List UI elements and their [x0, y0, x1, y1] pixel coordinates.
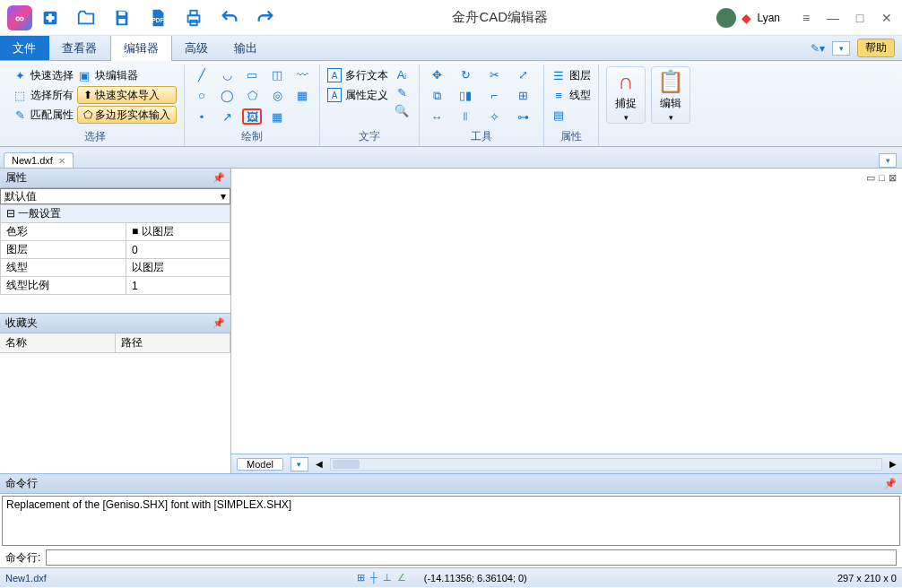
menu-advanced[interactable]: 高级 [172, 36, 221, 60]
text-icon: A [327, 68, 342, 82]
tabs-dropdown[interactable]: ▾ [879, 153, 897, 168]
favorites-body [0, 353, 230, 473]
prop-linescale-value[interactable]: 1 [126, 277, 230, 295]
fav-col-name[interactable]: 名称 [0, 333, 116, 352]
scroll-left-icon[interactable]: ◀ [316, 459, 323, 469]
polygon2-icon[interactable]: ⬠ [242, 88, 262, 104]
redo-button[interactable] [251, 4, 280, 32]
props-more-button[interactable]: ▤ [551, 106, 591, 124]
maximize-button[interactable]: □ [852, 11, 868, 25]
hatch-icon[interactable]: ▦ [292, 88, 312, 104]
status-polar-icon[interactable]: ∠ [397, 572, 406, 584]
spline-icon[interactable]: 〰 [292, 66, 312, 82]
menu-output[interactable]: 输出 [221, 36, 271, 60]
layer-button[interactable]: ☰图层 [551, 66, 591, 84]
scale-icon[interactable]: ⤢ [513, 66, 533, 82]
array-icon[interactable]: ⊞ [513, 88, 533, 104]
help-button[interactable]: 帮助 [857, 39, 895, 57]
pin-icon[interactable]: 📌 [212, 172, 225, 184]
ellipse-icon[interactable]: ◯ [217, 88, 237, 104]
ribbon-group-tools: ✥ ↻ ✂ ⤢ ⧉ ▯▮ ⌐ ⊞ ↔ ⫴ ✧ ⊶ 工具 [420, 65, 544, 146]
status-ortho-icon[interactable]: ⊥ [383, 572, 392, 584]
menu-button[interactable]: ≡ [798, 11, 814, 25]
command-log[interactable]: Replacement of the [Geniso.SHX] font wit… [2, 496, 900, 546]
rect2-icon[interactable]: ◫ [267, 66, 287, 82]
move-icon[interactable]: ✥ [427, 66, 447, 82]
style-dropdown[interactable]: ▾ [832, 41, 850, 56]
select-all-button[interactable]: ⬚选择所有 [13, 86, 74, 104]
insert-image-button[interactable]: 🖼 [242, 108, 262, 125]
linetype-button[interactable]: ≡线型 [551, 86, 591, 104]
text-edit-icon[interactable]: ✎ [392, 84, 412, 100]
fav-col-path[interactable]: 路径 [116, 333, 231, 352]
table-icon[interactable]: ▦ [267, 108, 287, 125]
prop-linetype-value[interactable]: 以图层 [126, 259, 230, 277]
rotate-icon[interactable]: ↻ [455, 66, 475, 82]
undo-button[interactable] [215, 4, 244, 32]
save-button[interactable] [108, 4, 136, 32]
match-attr-button[interactable]: ✎匹配属性 [13, 106, 74, 124]
fillet-icon[interactable]: ⌐ [484, 88, 504, 104]
default-value-combo[interactable]: 默认值▾ [0, 188, 230, 204]
canvas-max-icon[interactable]: □ [879, 172, 885, 184]
model-dropdown[interactable]: ▾ [291, 457, 308, 471]
status-coords: (-14.11356; 6.36104; 0) [424, 573, 527, 584]
open-file-button[interactable] [72, 4, 100, 32]
join-icon[interactable]: ⊶ [513, 108, 533, 125]
prop-color-value[interactable]: ■ 以图层 [126, 223, 230, 241]
rect-icon[interactable]: ▭ [242, 66, 262, 82]
command-input[interactable] [46, 549, 897, 566]
point-icon[interactable]: • [192, 108, 212, 125]
layers-icon: ☰ [551, 68, 566, 82]
h-scrollbar[interactable] [330, 458, 882, 471]
attr-def-button[interactable]: A属性定义 [327, 86, 388, 104]
model-tab[interactable]: Model [237, 458, 283, 471]
svg-rect-2 [46, 16, 54, 20]
trim-icon[interactable]: ✂ [484, 66, 504, 82]
ring-icon[interactable]: ◎ [267, 88, 287, 104]
magnet-icon: ∩ [618, 69, 633, 94]
line-icon[interactable]: ╱ [192, 66, 212, 82]
menu-file[interactable]: 文件 [0, 36, 49, 60]
circle-icon[interactable]: ○ [192, 88, 212, 104]
close-tab-icon[interactable]: ✕ [58, 156, 65, 166]
ray-icon[interactable]: ↗ [217, 108, 237, 125]
linetype-icon: ≡ [551, 88, 566, 102]
text-find-icon[interactable]: 🔍 [392, 102, 412, 118]
canvas-min-icon[interactable]: ▭ [866, 172, 875, 184]
status-grid-icon[interactable]: ┼ [370, 572, 377, 584]
prop-layer-value[interactable]: 0 [126, 241, 230, 259]
multiline-text-button[interactable]: A多行文本 [327, 66, 388, 84]
user-area[interactable]: ◆ Lyan [716, 8, 780, 28]
menu-editor[interactable]: 编辑器 [110, 36, 172, 61]
pin-icon[interactable]: 📌 [884, 478, 897, 489]
minimize-button[interactable]: — [825, 11, 841, 25]
pin-icon[interactable]: 📌 [212, 317, 225, 329]
print-button[interactable] [179, 4, 208, 32]
mirror-icon[interactable]: ▯▮ [455, 88, 475, 104]
document-tab[interactable]: New1.dxf ✕ [4, 152, 74, 168]
general-section[interactable]: ⊟ 一般设置 [1, 205, 230, 223]
new-file-button[interactable] [36, 4, 65, 32]
explode-icon[interactable]: ✧ [484, 108, 504, 125]
canvas-close-icon[interactable]: ⊠ [889, 172, 897, 184]
offset-icon[interactable]: ⫴ [455, 108, 475, 125]
edit-button[interactable]: 📋 编辑▾ [651, 66, 690, 124]
pen-icon[interactable]: ✎▾ [811, 42, 825, 55]
polygon-entity-input-button[interactable]: ⬠多边形实体输入 [77, 106, 177, 124]
text-style-icon[interactable]: Aᵢ [392, 66, 412, 82]
pdf-export-button[interactable]: PDF [143, 4, 172, 32]
close-button[interactable]: ✕ [879, 11, 895, 25]
arc-icon[interactable]: ◡ [217, 66, 237, 82]
quick-select-button[interactable]: ✦快速选择 [13, 66, 74, 84]
stretch-icon[interactable]: ↔ [427, 108, 447, 125]
prop-linescale-key: 线型比例 [1, 277, 126, 295]
scroll-right-icon[interactable]: ▶ [889, 459, 897, 469]
snap-button[interactable]: ∩ 捕捉▾ [606, 66, 646, 124]
status-snap-icon[interactable]: ⊞ [357, 572, 365, 584]
menu-viewer[interactable]: 查看器 [49, 36, 110, 60]
quick-entity-import-button[interactable]: ⬆快速实体导入 [77, 86, 177, 104]
copy-icon[interactable]: ⧉ [427, 88, 447, 104]
block-editor-button[interactable]: ▣块编辑器 [77, 66, 177, 84]
canvas[interactable]: ▭ □ ⊠ Model ▾ ◀ ▶ [231, 169, 902, 473]
